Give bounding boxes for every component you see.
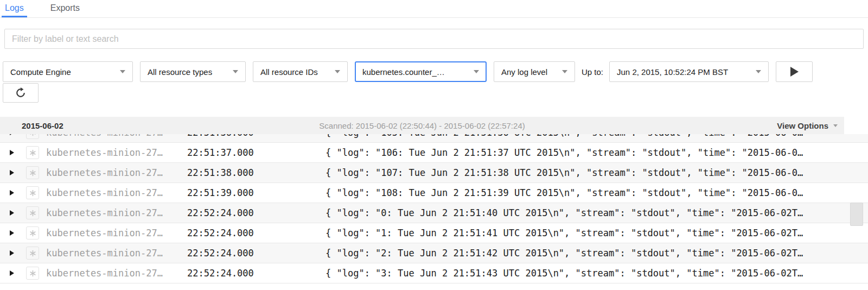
log-source-asterisk-icon [26, 247, 39, 260]
play-icon [790, 67, 799, 77]
expand-row-button[interactable] [10, 149, 16, 156]
log-message: { "log": "106: Tue Jun 2 21:51:37 UTC 20… [326, 147, 844, 158]
log-message: { "log": "3: Tue Jun 2 21:51:43 UTC 2015… [326, 268, 844, 279]
datetime-dropdown-label: Jun 2, 2015, 10:52:24 PM BST [617, 67, 728, 77]
log-source-label: kubernetes-minion-27… [46, 268, 182, 279]
datetime-dropdown[interactable]: Jun 2, 2015, 10:52:24 PM BST [609, 61, 769, 82]
log-row[interactable]: kubernetes-minion-27… 22:52:24.000 { "lo… [0, 223, 868, 243]
refresh-button[interactable] [3, 83, 39, 103]
tabs-bar: Logs Exports [0, 0, 868, 18]
triangle-right-icon [10, 210, 14, 216]
log-source-asterisk-icon [26, 166, 39, 179]
log-source-label: kubernetes-minion-27… [46, 167, 182, 178]
refresh-icon [15, 87, 27, 99]
scrollbar-thumb[interactable] [850, 203, 863, 226]
search-input[interactable] [4, 29, 864, 49]
expand-row-button[interactable] [10, 210, 16, 216]
expand-row-button[interactable] [10, 250, 16, 256]
log-message: { "log": "1: Tue Jun 2 21:51:41 UTC 2015… [326, 228, 844, 238]
expand-row-button[interactable] [10, 190, 16, 196]
expand-row-button[interactable] [10, 230, 16, 236]
log-level-dropdown-label: Any log level [501, 67, 547, 77]
log-message: { "log": "2: Tue Jun 2 21:51:42 UTC 2015… [326, 248, 844, 259]
view-options-label: View Options [777, 121, 828, 130]
refresh-row [3, 83, 864, 103]
tab-exports[interactable]: Exports [47, 0, 83, 17]
triangle-right-icon [10, 190, 14, 196]
log-source-label: kubernetes-minion-27… [46, 134, 182, 138]
log-timestamp: 22:51:39.000 [187, 187, 263, 198]
resource-ids-dropdown-label: All resource IDs [260, 67, 318, 77]
expand-row-button[interactable] [10, 270, 16, 276]
log-message: { "log": "108: Tue Jun 2 21:51:39 UTC 20… [326, 187, 844, 198]
chevron-down-icon [562, 70, 567, 73]
log-timestamp: 22:51:36.000 [187, 134, 263, 138]
log-row[interactable]: kubernetes-minion-27… 22:51:38.000 { "lo… [0, 163, 868, 183]
log-source-asterisk-icon [26, 226, 39, 239]
triangle-right-icon [10, 270, 14, 276]
log-timestamp: 22:52:24.000 [187, 207, 263, 218]
triangle-right-icon [10, 170, 14, 175]
log-timestamp: 22:52:24.000 [187, 228, 263, 238]
log-timestamp: 22:51:37.000 [187, 147, 263, 158]
stream-logs-play-button[interactable] [776, 61, 813, 82]
log-source-label: kubernetes-minion-27… [46, 228, 182, 238]
log-row[interactable]: kubernetes-minion-27… 22:51:36.000 { "lo… [0, 134, 868, 143]
log-source-asterisk-icon [26, 146, 39, 159]
up-to-label: Up to: [582, 67, 603, 77]
log-source-asterisk-icon [26, 134, 39, 139]
log-source-label: kubernetes-minion-27… [46, 248, 182, 259]
triangle-right-icon [10, 230, 14, 236]
triangle-right-icon [10, 134, 14, 135]
service-dropdown[interactable]: Compute Engine [3, 61, 133, 82]
log-message: { "log": "105: Tue Jun 2 21:51:36 UTC 20… [326, 134, 844, 138]
chevron-down-icon [833, 124, 838, 127]
chevron-down-icon [335, 70, 340, 73]
resource-types-dropdown-label: All resource types [148, 67, 212, 77]
filter-row: Compute Engine All resource types All re… [3, 61, 864, 82]
triangle-right-icon [10, 150, 14, 155]
log-source-label: kubernetes-minion-27… [46, 187, 182, 198]
tab-logs[interactable]: Logs [2, 0, 27, 17]
log-row[interactable]: kubernetes-minion-27… 22:51:39.000 { "lo… [0, 183, 868, 203]
log-name-dropdown-label: kubernetes.counter_… [362, 67, 445, 77]
search-row [4, 29, 864, 49]
log-source-asterisk-icon [26, 186, 39, 199]
scanned-range-label: Scanned: 2015-06-02 (22:50:44) - 2015-06… [0, 121, 844, 130]
chevron-down-icon [756, 70, 761, 73]
view-options-button[interactable]: View Options [777, 121, 838, 130]
log-list-header: Scanned: 2015-06-02 (22:50:44) - 2015-06… [0, 117, 844, 134]
chevron-down-icon [233, 70, 238, 73]
log-row[interactable]: kubernetes-minion-27… 22:52:24.000 { "lo… [0, 203, 868, 223]
log-source-label: kubernetes-minion-27… [46, 147, 182, 158]
log-name-dropdown[interactable]: kubernetes.counter_… [355, 61, 487, 82]
log-timestamp: 22:52:24.000 [187, 248, 263, 259]
log-row[interactable]: kubernetes-minion-27… 22:51:37.000 { "lo… [0, 143, 868, 163]
log-level-dropdown[interactable]: Any log level [494, 61, 575, 82]
log-message: { "log": "107: Tue Jun 2 21:51:38 UTC 20… [326, 167, 844, 178]
chevron-down-icon [120, 70, 125, 73]
chevron-down-icon [474, 70, 479, 73]
log-source-label: kubernetes-minion-27… [46, 207, 182, 218]
log-source-asterisk-icon [26, 206, 39, 219]
log-message: { "log": "0: Tue Jun 2 21:51:40 UTC 2015… [326, 207, 844, 218]
log-source-asterisk-icon [26, 267, 39, 280]
resource-types-dropdown[interactable]: All resource types [140, 61, 246, 82]
log-row[interactable]: kubernetes-minion-27… 22:52:24.000 { "lo… [0, 263, 868, 283]
log-timestamp: 22:51:38.000 [187, 167, 263, 178]
expand-row-button[interactable] [10, 134, 16, 136]
log-list: kubernetes-minion-27… 22:51:36.000 { "lo… [0, 134, 868, 290]
expand-row-button[interactable] [10, 169, 16, 176]
log-row[interactable]: kubernetes-minion-27… 22:52:24.000 { "lo… [0, 243, 868, 263]
service-dropdown-label: Compute Engine [10, 67, 71, 77]
log-timestamp: 22:52:24.000 [187, 268, 263, 279]
triangle-right-icon [10, 250, 14, 256]
resource-ids-dropdown[interactable]: All resource IDs [253, 61, 348, 82]
